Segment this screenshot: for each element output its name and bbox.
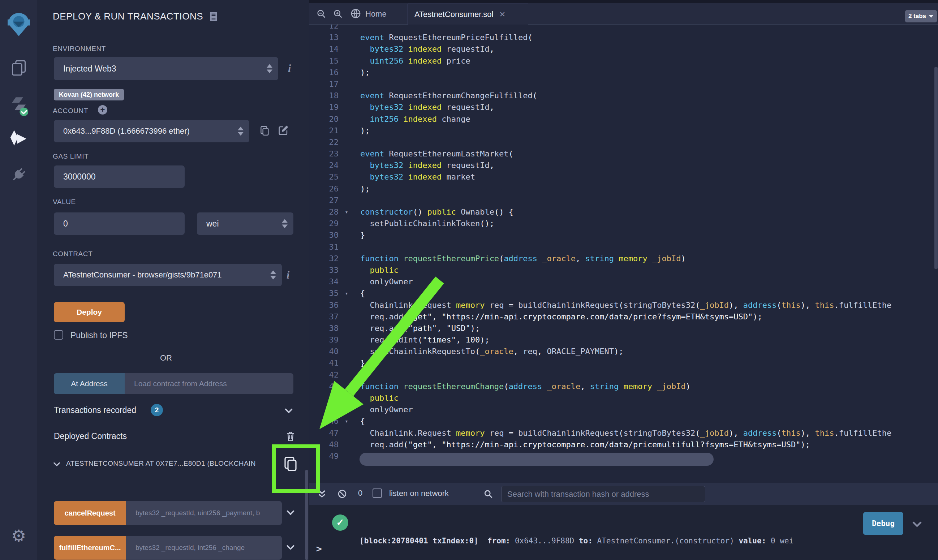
fold-arrow-icon[interactable]: ▾ [338, 415, 354, 427]
clear-deployed-trash-icon[interactable] [285, 430, 296, 442]
plugin-manager-icon[interactable] [0, 165, 37, 184]
value-input[interactable] [54, 212, 185, 235]
code-line[interactable]: 37 req.add("get", "https://min-api.crypt… [309, 311, 938, 323]
value-unit-select[interactable]: wei [197, 212, 294, 235]
tab-home[interactable]: Home [365, 9, 387, 19]
fulfill-ethereum-change-args-input[interactable] [126, 536, 282, 560]
panel-title: DEPLOY & RUN TRANSACTIONS [53, 11, 203, 22]
zoom-out-icon[interactable] [316, 9, 326, 19]
fold-arrow-icon[interactable]: ▾ [338, 288, 354, 299]
clear-console-ban-icon[interactable] [337, 489, 347, 499]
code-line[interactable]: 44 public [309, 392, 938, 404]
settings-gear-icon[interactable]: ⚙ [0, 526, 37, 546]
line-number: 25 [309, 171, 338, 183]
deployed-item-title[interactable]: ATESTNETCONSUMER AT 0X7E7...E80D1 (BLOCK… [66, 460, 274, 468]
add-account-icon[interactable]: + [98, 105, 107, 115]
panel-scrollbar[interactable] [305, 470, 308, 560]
log-expand-chevron-icon[interactable] [912, 519, 923, 530]
code-line[interactable]: 14 bytes32 indexed requestId, [309, 43, 938, 55]
fold-arrow-icon[interactable]: ▾ [338, 206, 354, 218]
at-address-input[interactable] [125, 373, 294, 394]
terminal-search-input[interactable] [501, 486, 705, 502]
code-line[interactable]: 17 [309, 78, 938, 90]
home-icon[interactable] [350, 8, 361, 19]
code-line[interactable]: 31 [309, 242, 938, 253]
editor-horizontal-scrollbar[interactable] [360, 453, 713, 466]
fold-gutter [338, 369, 354, 381]
deploy-run-icon[interactable] [0, 129, 37, 149]
expand-terminal-double-chevron-icon[interactable] [317, 489, 327, 499]
environment-info-icon[interactable]: i [288, 62, 291, 74]
code-line[interactable]: 48 req.add("get", "https://min-api.crypt… [309, 439, 938, 451]
tab-close-icon[interactable]: ✕ [499, 10, 506, 19]
tabs-count-button[interactable]: 2 tabs [905, 10, 937, 22]
code-line[interactable]: 25 bytes32 indexed market [309, 171, 938, 183]
code-line[interactable]: 26); [309, 183, 938, 195]
code-line[interactable]: 39 req.addInt("times", 100); [309, 334, 938, 346]
solidity-compiler-icon[interactable] [0, 95, 37, 117]
code-line[interactable]: 46▾{ [309, 415, 938, 427]
code-line[interactable]: 16); [309, 67, 938, 78]
code-line[interactable]: 19 bytes32 indexed requestId, [309, 102, 938, 113]
transactions-expand-chevron-icon[interactable] [284, 406, 294, 415]
at-address-button[interactable]: At Address [54, 373, 125, 394]
code-editor[interactable]: 1213event RequestEthereumPriceFulfilled(… [309, 25, 938, 483]
code-line[interactable]: 27 [309, 195, 938, 206]
code-line[interactable]: 15 uint256 indexed price [309, 55, 938, 67]
debug-button[interactable]: Debug [863, 512, 903, 535]
deploy-button[interactable]: Deploy [54, 302, 125, 322]
code-line[interactable]: 18event RequestEthereumChangeFulfilled( [309, 90, 938, 102]
remix-logo-icon [5, 10, 32, 39]
code-line[interactable]: 24 bytes32 indexed requestId, [309, 160, 938, 171]
code-line[interactable]: 30} [309, 229, 938, 241]
code-line[interactable]: 20 int256 indexed change [309, 114, 938, 125]
tab-atestnetconsumer[interactable]: ATestnetConsumer.sol ✕ [407, 4, 528, 25]
code-line[interactable]: 36 Chainlink.Request memory req = buildC… [309, 300, 938, 311]
code-line[interactable]: 29 setPublicChainlinkToken(); [309, 218, 938, 229]
cancel-request-expand-chevron-icon[interactable] [286, 508, 295, 517]
file-explorer-icon[interactable] [0, 58, 37, 78]
code-line[interactable]: 43function requestEthereumChange(address… [309, 381, 938, 392]
code-line[interactable]: 32function requestEthereumPrice(address … [309, 253, 938, 265]
code-line[interactable]: 23event RequestEthereumLastMarket( [309, 148, 938, 160]
code-line[interactable]: 38 req.add("path", "USD"); [309, 323, 938, 334]
fulfill-expand-chevron-icon[interactable] [286, 543, 295, 552]
account-select[interactable]: 0x643...9F88D (1.666673996 ether) [54, 120, 249, 142]
editor-vertical-scrollbar[interactable] [934, 67, 938, 269]
line-number: 27 [309, 195, 338, 206]
cancel-request-button[interactable]: cancelRequest [54, 501, 126, 525]
edit-account-icon[interactable] [277, 124, 289, 137]
code-line[interactable]: 21); [309, 125, 938, 137]
gas-limit-input[interactable] [54, 165, 185, 188]
code-line[interactable]: 13event RequestEthereumPriceFulfilled( [309, 32, 938, 43]
fold-gutter [338, 346, 354, 357]
line-number: 15 [309, 55, 338, 67]
code-line[interactable]: 34 onlyOwner [309, 276, 938, 288]
code-line[interactable]: 47 Chainlink.Request memory req = buildC… [309, 428, 938, 439]
publish-ipfs-checkbox[interactable] [54, 330, 63, 340]
code-text: public [354, 392, 398, 404]
code-line[interactable]: 45 onlyOwner [309, 404, 938, 415]
docs-book-icon[interactable] [209, 12, 217, 22]
listen-network-checkbox[interactable] [372, 488, 382, 498]
code-line[interactable]: 28▾constructor() public Ownable() { [309, 206, 938, 218]
cancel-request-args-input[interactable] [126, 501, 282, 525]
code-line[interactable]: 41} [309, 357, 938, 369]
transaction-log[interactable]: [block:20780401 txIndex:0] from: 0x643..… [360, 513, 793, 560]
copy-account-icon[interactable] [259, 125, 271, 137]
code-line[interactable]: 40 sendChainlinkRequestTo(_oracle, req, … [309, 346, 938, 357]
code-line[interactable]: 33 public [309, 265, 938, 276]
zoom-in-icon[interactable] [333, 9, 343, 19]
deployed-item-chevron-icon[interactable] [53, 460, 61, 468]
contract-select[interactable]: ATestnetConsumer - browser/gists/9b71e07… [54, 264, 282, 286]
fulfill-ethereum-change-button[interactable]: fulfillEthereumC... [54, 536, 126, 560]
code-line[interactable]: 22 [309, 137, 938, 148]
code-line[interactable]: 12 [309, 25, 938, 32]
contract-info-icon[interactable]: i [286, 269, 289, 281]
terminal-prompt[interactable]: > [316, 543, 322, 554]
copy-contract-address-button[interactable] [282, 454, 300, 473]
environment-select[interactable]: Injected Web3 [54, 57, 278, 80]
remix-logo[interactable] [0, 10, 37, 39]
code-line[interactable]: 42 [309, 369, 938, 381]
code-line[interactable]: 35▾{ [309, 288, 938, 299]
